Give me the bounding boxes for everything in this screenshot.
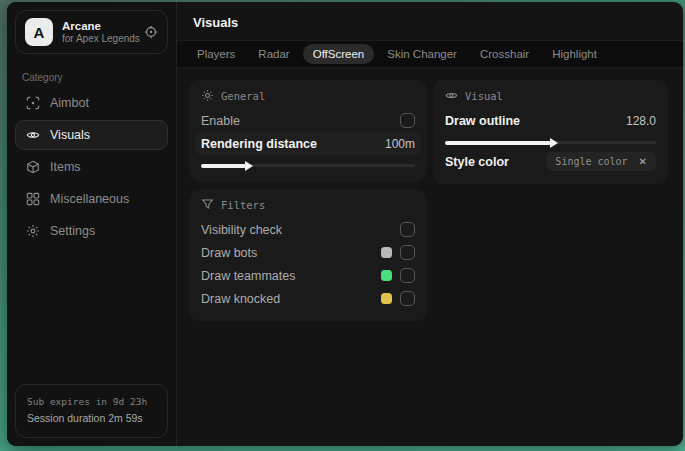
scan-icon — [26, 96, 40, 110]
draw-bots-row: Draw bots — [201, 241, 415, 264]
sidebar-item-label: Items — [50, 160, 81, 174]
cube-icon — [26, 160, 40, 174]
draw-teammates-label: Draw teammates — [201, 269, 295, 283]
visibility-check-row: Visibility check — [201, 218, 415, 241]
app-window: A Arcane for Apex Legends Category — [7, 2, 683, 446]
draw-outline-label: Draw outline — [445, 114, 520, 128]
draw-outline-row: Draw outline 128.0 — [445, 109, 656, 132]
draw-outline-slider[interactable] — [445, 141, 656, 144]
tab-skin-changer[interactable]: Skin Changer — [377, 44, 467, 64]
subscription-card: Sub expires in 9d 23h Session duration 2… — [15, 384, 168, 438]
draw-bots-color-swatch[interactable] — [381, 247, 392, 258]
funnel-icon — [201, 198, 214, 211]
visibility-check-label: Visibility check — [201, 223, 282, 237]
page-title: Visuals — [177, 2, 683, 40]
draw-knocked-label: Draw knocked — [201, 292, 280, 306]
slider-fill — [445, 141, 551, 145]
target-icon[interactable] — [144, 25, 158, 39]
filters-panel: Filters Visibility check Draw bots — [189, 189, 427, 321]
draw-teammates-color-swatch[interactable] — [381, 270, 392, 281]
enable-row: Enable — [201, 109, 415, 132]
style-color-chip-label: Single color — [555, 156, 627, 167]
slider-thumb[interactable] — [245, 161, 253, 171]
enable-label: Enable — [201, 114, 240, 128]
sidebar: A Arcane for Apex Legends Category — [7, 2, 177, 446]
style-color-row: Style color Single color ✕ — [445, 150, 656, 173]
sub-expires-text: Sub expires in 9d 23h — [27, 394, 156, 410]
sidebar-item-items[interactable]: Items — [15, 152, 168, 182]
sidebar-item-visuals[interactable]: Visuals — [15, 120, 168, 150]
sidebar-item-aimbot[interactable]: Aimbot — [15, 88, 168, 118]
sidebar-item-label: Miscellaneous — [50, 192, 129, 206]
rendering-distance-row: Rendering distance 100m — [195, 132, 421, 155]
tab-content: General Enable Rendering distance 100m — [177, 68, 683, 446]
category-label: Category — [7, 62, 176, 87]
enable-checkbox[interactable] — [400, 113, 415, 128]
rendering-distance-slider[interactable] — [201, 164, 415, 167]
draw-knocked-checkbox[interactable] — [400, 291, 415, 306]
visibility-check-checkbox[interactable] — [400, 222, 415, 237]
style-color-select[interactable]: Single color ✕ — [546, 152, 656, 171]
panel-title: Visual — [465, 90, 503, 102]
tab-crosshair[interactable]: Crosshair — [470, 44, 539, 64]
grid-icon — [26, 192, 40, 206]
eye-icon — [26, 128, 40, 142]
tab-offscreen[interactable]: OffScreen — [303, 44, 375, 64]
close-icon[interactable]: ✕ — [639, 156, 647, 167]
draw-teammates-row: Draw teammates — [201, 264, 415, 287]
tab-players[interactable]: Players — [187, 44, 245, 64]
tab-radar[interactable]: Radar — [248, 44, 299, 64]
general-panel: General Enable Rendering distance 100m — [189, 80, 427, 182]
sidebar-item-label: Settings — [50, 224, 95, 238]
sidebar-item-label: Aimbot — [50, 96, 89, 110]
rendering-distance-value: 100m — [385, 137, 415, 151]
slider-thumb[interactable] — [550, 138, 558, 148]
gear-icon — [26, 224, 40, 238]
sidebar-nav: Aimbot Visuals Items — [7, 87, 176, 247]
sidebar-item-label: Visuals — [50, 128, 90, 142]
draw-knocked-row: Draw knocked — [201, 287, 415, 310]
panel-title: General — [221, 90, 265, 102]
app-subtitle: for Apex Legends — [62, 33, 135, 46]
app-header-card: A Arcane for Apex Legends — [15, 10, 168, 54]
draw-outline-value: 128.0 — [626, 114, 656, 128]
rendering-distance-label: Rendering distance — [201, 137, 317, 151]
tab-bar: Players Radar OffScreen Skin Changer Cro… — [177, 40, 683, 68]
style-color-label: Style color — [445, 155, 509, 169]
sidebar-item-settings[interactable]: Settings — [15, 216, 168, 246]
main-area: Visuals Players Radar OffScreen Skin Cha… — [177, 2, 683, 446]
slider-fill — [201, 164, 246, 168]
draw-teammates-checkbox[interactable] — [400, 268, 415, 283]
sidebar-item-miscellaneous[interactable]: Miscellaneous — [15, 184, 168, 214]
app-name: Arcane — [62, 19, 135, 33]
draw-knocked-color-swatch[interactable] — [381, 293, 392, 304]
draw-bots-label: Draw bots — [201, 246, 257, 260]
sun-icon — [201, 89, 214, 102]
visual-panel: Visual Draw outline 128.0 Style color — [433, 80, 668, 184]
session-duration-text: Session duration 2m 59s — [27, 410, 156, 428]
app-logo: A — [25, 18, 53, 46]
panel-title: Filters — [221, 199, 265, 211]
tab-highlight[interactable]: Highlight — [542, 44, 607, 64]
eye-icon — [445, 89, 458, 102]
draw-bots-checkbox[interactable] — [400, 245, 415, 260]
